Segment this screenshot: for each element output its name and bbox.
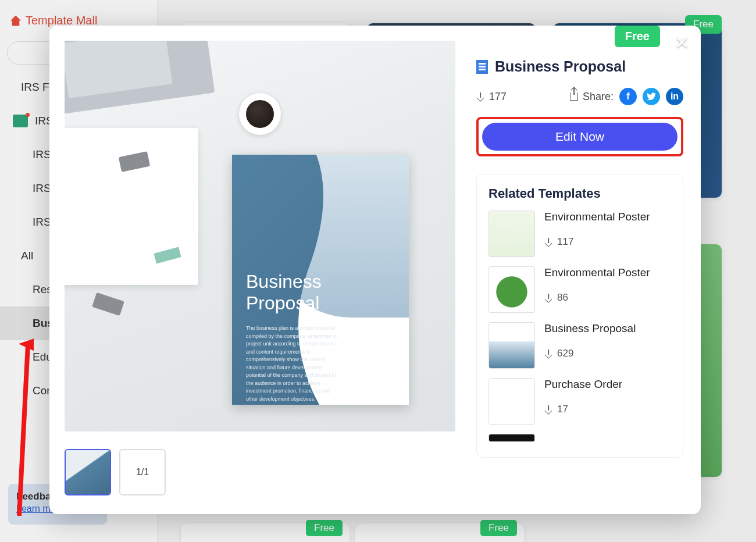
related-thumb [488,434,535,442]
modal-close-button[interactable]: ✕ [675,33,689,53]
template-preview-image: BusinessProposal The business plan is a … [65,41,455,432]
related-item[interactable]: Environmental Poster 86 [488,266,671,313]
decor-coffee-icon [239,93,281,135]
related-item[interactable]: Environmental Poster 117 [488,211,671,257]
share-label: Share: [570,91,614,103]
related-thumb [488,211,535,257]
template-title: Business Proposal [495,58,626,75]
page-indicator: 1/1 [119,449,166,495]
doc-title: BusinessProposal [246,271,322,314]
download-icon [476,92,484,101]
related-name: Purchase Order [544,378,671,391]
template-title-row: Business Proposal [476,58,683,75]
related-item[interactable] [488,434,671,442]
doc-description: The business plan is a written material … [246,325,339,403]
edit-button-highlight: Edit Now [476,117,683,156]
decor-notebook [65,128,198,285]
download-count: 177 [476,91,507,103]
related-thumb [488,266,535,313]
related-download-count: 117 [544,236,671,248]
document-icon [476,60,488,74]
meta-row: 177 Share: f in [476,88,683,105]
related-name: Business Proposal [544,322,671,335]
document-mockup: BusinessProposal The business plan is a … [232,155,409,405]
share-icon [570,92,578,101]
thumbnail-strip: 1/1 [65,449,166,495]
related-name: Environmental Poster [544,266,671,279]
related-download-count: 629 [544,348,671,359]
download-icon [544,238,552,246]
share-linkedin-button[interactable]: in [666,88,683,105]
download-icon [544,350,552,358]
related-name: Environmental Poster [544,211,671,223]
side-panel: Business Proposal 177 Share: f in Edit N [476,58,683,458]
related-download-count: 17 [544,404,671,415]
related-item[interactable]: Purchase Order 17 [488,378,671,425]
decor-laptop [65,41,215,116]
download-icon [544,405,552,413]
free-badge: Free [615,26,660,47]
download-icon [544,294,552,302]
related-title: Related Templates [488,186,671,201]
share-row: Share: f in [570,88,683,105]
share-facebook-button[interactable]: f [619,88,637,105]
related-templates: Related Templates Environmental Poster 1… [476,174,683,458]
related-thumb [488,378,535,425]
related-download-count: 86 [544,292,671,304]
related-item[interactable]: Business Proposal 629 [488,322,671,369]
template-preview-modal: Free ✕ BusinessProposal The business pla… [49,26,701,514]
share-twitter-button[interactable] [643,88,660,105]
thumbnail-page-1[interactable] [65,449,111,495]
related-thumb [488,322,535,369]
decor-clip-icon [92,293,124,316]
edit-now-button[interactable]: Edit Now [482,123,677,151]
